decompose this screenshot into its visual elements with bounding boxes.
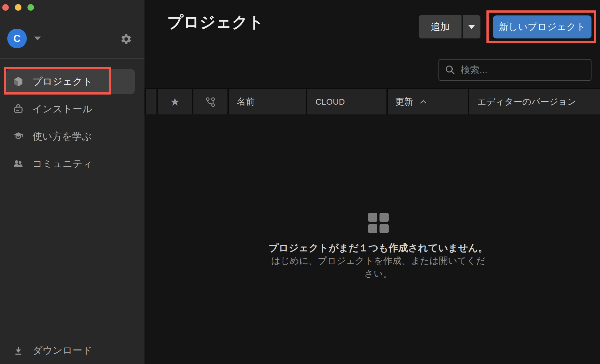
sidebar-nav: プロジェクト インストール 使い方を学ぶ xyxy=(6,69,135,179)
column-header-spacer xyxy=(146,89,156,114)
empty-state-subtitle-line1: はじめに、プロジェクトを作成、または開いてくだ xyxy=(271,254,485,267)
page-title: プロジェクト xyxy=(167,13,264,32)
search-box[interactable] xyxy=(438,59,591,81)
column-header-editor-version[interactable]: エディターのバージョン xyxy=(469,89,600,114)
column-header-source-control[interactable] xyxy=(193,89,227,114)
empty-state-title: プロジェクトがまだ１つも作成されていません。 xyxy=(268,241,488,254)
new-project-button[interactable]: 新しいプロジェクト xyxy=(493,15,591,38)
column-header-cloud[interactable]: CLOUD xyxy=(307,89,386,114)
cube-icon xyxy=(13,76,24,87)
gear-icon xyxy=(120,33,132,45)
sidebar-item-label: インストール xyxy=(32,102,92,116)
projects-table-header: ★ 名前 CLOUD 更新 xyxy=(144,88,600,114)
sidebar-item-label: コミュニティ xyxy=(32,157,92,170)
settings-button[interactable] xyxy=(120,33,132,45)
close-window-button[interactable] xyxy=(2,4,9,11)
download-icon xyxy=(13,345,24,356)
sidebar-item-label: 使い方を学ぶ xyxy=(32,130,92,143)
star-icon: ★ xyxy=(170,96,179,107)
graduation-cap-icon xyxy=(13,131,24,142)
people-icon xyxy=(13,158,24,170)
source-control-icon xyxy=(205,96,216,107)
sidebar-item-learn[interactable]: 使い方を学ぶ xyxy=(6,124,135,149)
minimize-window-button[interactable] xyxy=(15,4,21,11)
column-header-name[interactable]: 名前 xyxy=(229,89,306,114)
sidebar-item-downloads[interactable]: ダウンロード xyxy=(6,338,135,363)
main-panel: プロジェクト 追加 新しいプロジェクト ★ xyxy=(144,0,600,364)
sidebar-item-label: プロジェクト xyxy=(32,75,92,88)
column-header-updated[interactable]: 更新 xyxy=(388,89,468,114)
chevron-down-icon[interactable] xyxy=(34,37,41,40)
add-button[interactable]: 追加 xyxy=(419,15,462,38)
chevron-down-icon xyxy=(468,25,475,29)
window-controls xyxy=(2,4,34,11)
sidebar-divider xyxy=(0,330,144,330)
sidebar-divider xyxy=(0,58,144,59)
grid-icon xyxy=(368,213,389,233)
empty-state: プロジェクトがまだ１つも作成されていません。 はじめに、プロジェクトを作成、また… xyxy=(144,213,600,280)
zoom-window-button[interactable] xyxy=(27,4,34,11)
toolbox-icon xyxy=(13,103,24,115)
avatar[interactable]: C xyxy=(7,29,27,48)
sidebar: C プロジェクト xyxy=(0,0,144,364)
search-icon xyxy=(445,65,456,75)
column-header-favorite[interactable]: ★ xyxy=(158,89,192,114)
sidebar-item-projects[interactable]: プロジェクト xyxy=(6,69,135,94)
sort-ascending-icon xyxy=(420,100,427,104)
add-split-button: 追加 xyxy=(419,15,480,38)
sidebar-item-installs[interactable]: インストール xyxy=(6,97,135,121)
sidebar-item-label: ダウンロード xyxy=(32,344,92,357)
avatar-initial: C xyxy=(13,33,21,44)
empty-state-subtitle-line2: さい。 xyxy=(364,267,392,280)
search-input[interactable] xyxy=(461,65,588,75)
add-dropdown-button[interactable] xyxy=(463,15,480,38)
sidebar-item-community[interactable]: コミュニティ xyxy=(6,152,135,176)
